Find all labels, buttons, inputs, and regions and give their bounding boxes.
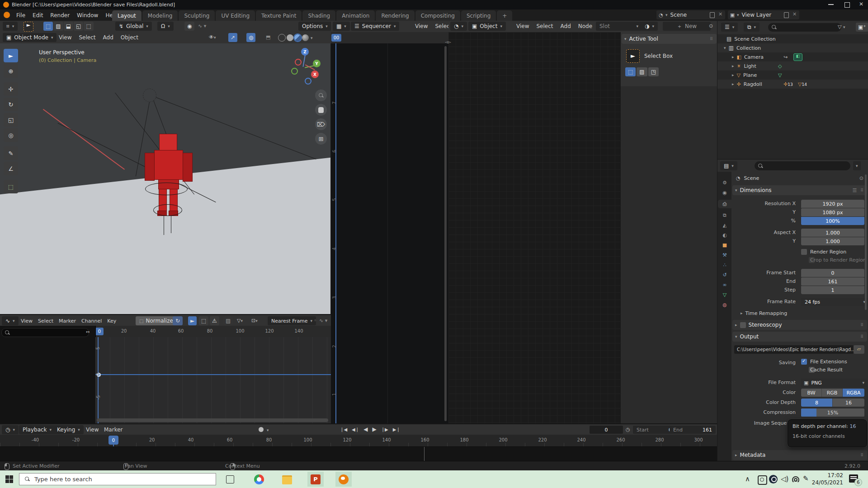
workspace-tab[interactable]: Layout (112, 10, 142, 21)
sequencer-canvas[interactable]: 7654321 (331, 43, 448, 423)
warning-toggle-icon[interactable]: ⚠ (210, 316, 219, 325)
workspace-tab[interactable]: Shading (302, 10, 335, 21)
modifiers-tab-icon[interactable]: ⚒ (722, 252, 727, 258)
falloff-icon[interactable]: ∿ ▾ (198, 23, 206, 29)
menu-item[interactable]: View (513, 23, 533, 29)
outliner-row-camera[interactable]: ▸ ◧Camera ↪ ◧ (717, 52, 868, 61)
menu-item[interactable]: Select (533, 23, 557, 29)
resolution-y-field[interactable]: 1080 px (801, 208, 864, 216)
ghost-curves-icon[interactable]: ▨ (223, 316, 233, 325)
outliner-row-plane[interactable]: ▸ ▽Plane ▽ (717, 70, 868, 80)
color-rgba-button[interactable]: RGBA (843, 389, 864, 397)
expand-icon[interactable]: ▾ (724, 46, 726, 50)
keying-dropdown[interactable]: Keying▾ (53, 425, 84, 434)
file-explorer-icon[interactable] (282, 475, 292, 484)
properties-scrollbar[interactable] (865, 174, 867, 310)
render-tab-icon[interactable]: ◉ (722, 190, 727, 196)
visibility-dropdown[interactable]: 👁▾ (209, 34, 216, 40)
frame-end-field[interactable]: 161 (801, 277, 864, 286)
menu-item[interactable]: Add (99, 34, 117, 41)
menu-item[interactable]: Node (575, 23, 596, 29)
auto-keying-icon[interactable] (259, 427, 264, 432)
open-folder-button[interactable]: ▱ (854, 345, 864, 354)
camera-view-icon[interactable]: ⌦ (315, 118, 327, 130)
use-preview-range-icon[interactable]: ◷ (626, 427, 630, 432)
copy-icon[interactable] (784, 12, 789, 18)
proportional-icon[interactable]: ◦ (314, 318, 317, 324)
menu-item[interactable]: Render (47, 12, 73, 19)
select-mode-buttons[interactable]: ⬚ ▨ ⬓ ◱ ⬚ (43, 22, 94, 31)
viewport-3d[interactable]: User Perspective (0) Collection | Camera… (0, 43, 330, 314)
frame-rate-dropdown[interactable]: 24 fps▾ (801, 298, 868, 306)
node-editor-canvas[interactable] (448, 32, 620, 423)
xray-toggle-icon[interactable]: ⬒ (266, 34, 270, 40)
expand-icon[interactable]: ▸ (732, 55, 734, 59)
falloff-icon[interactable]: ∿ ▾ (319, 318, 327, 324)
menu-item[interactable]: View (55, 34, 75, 41)
snap-dropdown[interactable]: Nearest Frame▾ (268, 316, 316, 325)
unlink-icon[interactable]: ✕ (793, 11, 797, 17)
file-extensions-checkbox[interactable] (801, 359, 807, 365)
filter-funnel-icon[interactable]: ▽▾ (237, 318, 243, 324)
blender-taskbar-icon[interactable] (339, 474, 349, 484)
wifi-icon[interactable] (792, 476, 799, 482)
timeline-scrub-strip[interactable] (0, 446, 717, 461)
outliner-row-light[interactable]: ▸ ☀Light ◇ (717, 61, 868, 70)
current-frame-field[interactable]: 0 (590, 426, 623, 434)
filter-funnel-icon[interactable]: ▽ ▾ (838, 24, 845, 30)
outliner-row-ragdoll[interactable]: ▸ ✢Ragdoll ✢13 ▽14 (717, 80, 868, 89)
workspace-tab[interactable]: Modeling (142, 10, 178, 21)
jump-to-end-button[interactable]: ▶❘ (393, 427, 400, 432)
ortho-toggle-icon[interactable]: ⊞ (315, 133, 327, 145)
workspace-tab[interactable]: Rendering (376, 10, 414, 21)
frame-start-field[interactable]: Start0 (633, 426, 675, 434)
snap-dropdown[interactable]: Ω▾ (157, 22, 174, 31)
new-texture-button[interactable]: ＋ New (663, 22, 711, 31)
expand-icon[interactable]: ▸ (732, 64, 734, 68)
chrome-icon[interactable] (254, 474, 264, 484)
workspace-tab[interactable]: + (497, 10, 512, 21)
pin-icon[interactable]: ⊙ (709, 23, 713, 29)
move-tool[interactable]: ✢ (4, 82, 18, 96)
navigation-gizmo[interactable]: Z Y X (289, 47, 330, 88)
zoom-icon[interactable] (315, 89, 327, 101)
new-collection-button[interactable]: ▣⁺ (856, 23, 868, 32)
menu-item[interactable]: Add (557, 23, 575, 29)
select-mode-options[interactable]: ⬚ ▨ ◳ (625, 67, 659, 76)
stereoscopy-checkbox[interactable] (740, 322, 746, 328)
close-icon[interactable]: ✕ (859, 1, 863, 7)
resolution-x-field[interactable]: 1920 px (801, 200, 864, 208)
color-bw-button[interactable]: BW (801, 389, 822, 397)
playback-dropdown[interactable]: Playback▾ (19, 425, 55, 434)
aspect-y-field[interactable]: 1.000 (801, 237, 864, 245)
frame-step-field[interactable]: 1 (801, 286, 864, 294)
channel-search[interactable] (1, 328, 89, 337)
dimensions-panel-header[interactable]: ▾Dimensions ☰⠿ (732, 185, 867, 195)
resolution-percent-slider[interactable]: 100% (801, 217, 864, 225)
mode-dropdown[interactable]: ▣Object Mode▾ (3, 33, 57, 42)
menu-item[interactable]: Object (117, 34, 142, 41)
volume-icon[interactable]: ◁) (781, 475, 788, 483)
workspace-tab[interactable]: Animation (336, 10, 375, 21)
pen-icon[interactable]: ✎ (803, 474, 809, 483)
outliner-row-collection[interactable]: ▾ ▥Collection (717, 43, 868, 52)
particles-tab-icon[interactable]: ∴ (723, 262, 726, 268)
menu-item[interactable]: Marker (56, 318, 79, 324)
timeline-editor-button[interactable]: ◷▾ (2, 425, 19, 434)
maximize-button[interactable] (844, 2, 850, 8)
properties-search[interactable] (755, 161, 850, 170)
play-reverse-button[interactable]: ◀ (363, 426, 368, 432)
workspace-tab[interactable]: Scripting (461, 10, 496, 21)
tool-tab-icon[interactable]: ⚙ (722, 180, 727, 186)
scale-tool[interactable]: ◱ (4, 113, 18, 127)
render-region-checkbox[interactable] (801, 249, 807, 255)
texture-icon-dropdown[interactable]: ◑▾ (641, 22, 658, 31)
outliner-search[interactable] (768, 23, 841, 32)
workspace-tab[interactable]: Sculpting (179, 10, 215, 21)
camera-target-circle[interactable] (143, 89, 156, 102)
play-button[interactable]: ▶ (372, 426, 376, 432)
menu-item[interactable]: Channel (79, 318, 104, 324)
sequencer-editor-button[interactable]: ▦▾ (333, 22, 350, 31)
next-keyframe-button[interactable]: ❘▶ (381, 427, 388, 432)
cursor-tool[interactable]: ⊕ (4, 64, 18, 78)
